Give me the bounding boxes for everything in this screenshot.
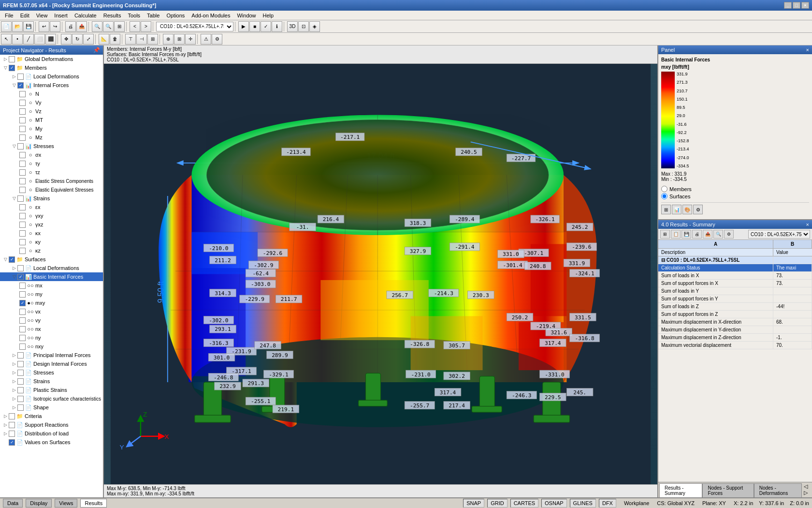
nav-Mz[interactable]: ○ Mz <box>0 133 103 142</box>
nav-stresses-members[interactable]: ▽ 📊 Stresses <box>0 142 103 150</box>
nav-strains-surf[interactable]: ▷ 📄 Strains <box>0 377 103 386</box>
nav-global-deformations[interactable]: ▷ 📁 Global Deformations <box>0 55 103 63</box>
minimize-btn[interactable]: _ <box>784 2 792 9</box>
check-internal-forces[interactable]: ✓ <box>17 82 24 89</box>
panel-radio-members[interactable]: Members <box>661 186 809 192</box>
res-tb-6[interactable]: 🔍 <box>713 230 723 239</box>
nav-kz[interactable]: ○ κz <box>0 246 103 255</box>
tb2-surface[interactable]: ⬜ <box>34 34 45 45</box>
check-MT[interactable] <box>19 117 26 123</box>
check-principal-if[interactable] <box>17 352 24 359</box>
results-tab-nav[interactable]: ◁ ▷ <box>804 483 811 497</box>
tb-open[interactable]: 📂 <box>12 21 23 32</box>
nav-ky[interactable]: ○ κy <box>0 238 103 246</box>
result-row-2[interactable]: Sum of support forces in X 73. <box>658 280 812 287</box>
close-btn[interactable]: × <box>801 2 809 9</box>
nav-nx[interactable]: ○○ nx <box>0 325 103 333</box>
check-mxy[interactable]: ✓ <box>19 300 26 306</box>
tb2-line[interactable]: ╱ <box>23 34 34 45</box>
radio-surfaces-input[interactable] <box>661 193 667 199</box>
tb-undo[interactable]: ↩ <box>39 21 49 32</box>
status-tab-results[interactable]: Results <box>80 499 107 508</box>
nav-content[interactable]: ▷ 📁 Global Deformations ▽ ✓ 📁 Members ▷ … <box>0 55 103 497</box>
panel-tb-color[interactable]: 🎨 <box>682 205 692 214</box>
check-Vy[interactable] <box>19 100 26 106</box>
tb2-view-top[interactable]: ⊤ <box>125 34 136 45</box>
panel-tb-chart[interactable]: 📊 <box>672 205 682 214</box>
check-elastic-equiv[interactable] <box>19 187 26 193</box>
tb2-node[interactable]: • <box>12 34 23 45</box>
nav-ny[interactable]: ○○ ny <box>0 333 103 342</box>
check-shape[interactable] <box>17 404 24 411</box>
check-gxz[interactable] <box>19 222 26 228</box>
nav-my[interactable]: ○○ my <box>0 290 103 299</box>
nav-mxy[interactable]: ✓ ●○ mxy <box>0 299 103 307</box>
nav-elastic-stress[interactable]: ○ Elastic Stress Components <box>0 177 103 185</box>
status-glines[interactable]: GLINES <box>570 499 596 508</box>
check-mx[interactable] <box>19 283 26 289</box>
menu-options[interactable]: Options <box>163 12 188 19</box>
nav-sx[interactable]: ○ σx <box>0 150 103 159</box>
menu-insert[interactable]: Insert <box>51 12 71 19</box>
nav-surfaces[interactable]: ▽ ✓ 📁 Surfaces <box>0 255 103 264</box>
result-row-10[interactable]: Maximum vectorial displacement 70. <box>658 342 812 349</box>
nav-N[interactable]: ○ N <box>0 90 103 98</box>
nav-gxy[interactable]: ○ γxy <box>0 211 103 220</box>
check-support-reactions[interactable] <box>9 422 15 428</box>
check-criteria[interactable] <box>9 413 15 419</box>
nav-plastic-strains[interactable]: ▷ 📄 Plastic Strains <box>0 386 103 394</box>
result-row-6[interactable]: Sum of support forces in Z <box>658 311 812 318</box>
nav-isotropic[interactable]: ▷ 📄 Isotropic surface characteristics <box>0 394 103 403</box>
res-tb-2[interactable]: 📋 <box>671 230 681 239</box>
tb2-warn[interactable]: ⚠ <box>201 34 211 45</box>
nav-Vz[interactable]: ○ Vz <box>0 107 103 116</box>
tb-wire[interactable]: ⊡ <box>298 21 309 32</box>
check-stresses-surf[interactable] <box>17 370 24 376</box>
tb-render[interactable]: ◈ <box>309 21 320 32</box>
results-close[interactable]: × <box>806 222 809 227</box>
nav-ty[interactable]: ○ τy <box>0 159 103 168</box>
check-vx[interactable] <box>19 309 26 315</box>
results-tab-summary[interactable]: Results - Summary <box>659 483 702 497</box>
nav-members[interactable]: ▽ ✓ 📁 Members <box>0 63 103 72</box>
check-gxy[interactable] <box>19 213 26 219</box>
tb2-view-3d[interactable]: ⊞ <box>147 34 158 45</box>
panel-radio-surfaces[interactable]: Surfaces <box>661 193 809 199</box>
nav-distribution-load[interactable]: ▷ 📄 Distribution of load <box>0 429 103 438</box>
nav-vy-surf[interactable]: ○○ vy <box>0 316 103 325</box>
result-row-1[interactable]: Sum of loads in X 73. <box>658 272 812 280</box>
result-row-7[interactable]: Maximum displacement in X-direction 68. <box>658 318 812 326</box>
tb-redo[interactable]: ↪ <box>50 21 60 32</box>
tb-next[interactable]: > <box>141 21 151 32</box>
check-N[interactable] <box>19 91 26 97</box>
tb-prev[interactable]: < <box>130 21 140 32</box>
res-tb-3[interactable]: 💾 <box>682 230 691 239</box>
check-nxy[interactable] <box>19 344 26 350</box>
check-ex[interactable] <box>19 204 26 210</box>
check-My[interactable] <box>19 126 26 132</box>
menu-window[interactable]: Window <box>234 12 259 19</box>
check-ky[interactable] <box>19 239 26 245</box>
tb-check[interactable]: ✓ <box>261 21 271 32</box>
nav-support-reactions[interactable]: ▷ 📄 Support Reactions <box>0 420 103 429</box>
check-members[interactable]: ✓ <box>9 65 15 71</box>
tb2-measure[interactable]: 📐 <box>99 34 109 45</box>
nav-Vy[interactable]: ○ Vy <box>0 98 103 107</box>
tb2-select[interactable]: ↖ <box>1 34 12 45</box>
panel-tb-table[interactable]: ⊞ <box>661 205 671 214</box>
loadcase-combo[interactable]: CO10 : DL+0.52EX+.75LL+.75SL <box>156 22 233 31</box>
result-row-8[interactable]: Maximum displacement in Y-direction <box>658 326 812 334</box>
menu-addon[interactable]: Add-on Modules <box>188 12 233 19</box>
results-table[interactable]: ⊟ CO10 : DL+0.52EX+.75LL+.75SL Calculati… <box>658 256 812 482</box>
tb-export[interactable]: 📤 <box>76 21 87 32</box>
panel-tb-settings[interactable]: ⚙ <box>693 205 703 214</box>
check-ty[interactable] <box>19 161 26 167</box>
tb2-properties[interactable]: ⚙ <box>212 34 222 45</box>
tb2-solid[interactable]: ⬛ <box>45 34 56 45</box>
menu-table[interactable]: Table <box>144 12 162 19</box>
tb2-scale[interactable]: ⤢ <box>83 34 94 45</box>
status-tab-display[interactable]: Display <box>26 499 52 508</box>
check-tz[interactable] <box>19 169 26 176</box>
check-global-def[interactable] <box>9 56 15 62</box>
tb-info[interactable]: ℹ <box>272 21 282 32</box>
